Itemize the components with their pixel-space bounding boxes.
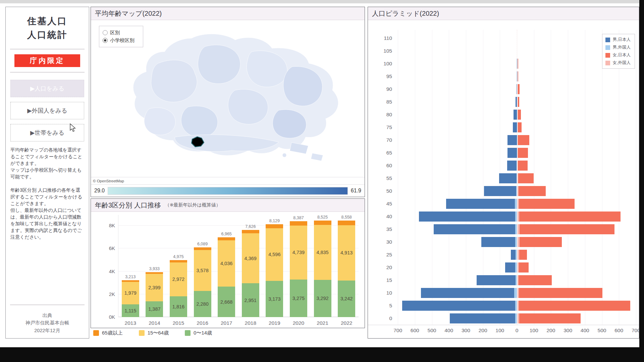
female-bar-group [517,70,638,83]
legend-item-male-japanese[interactable]: 男,日本人 [605,37,631,43]
bar-2021[interactable]: 8,5254,8353,2922021 [311,215,334,317]
bar-segment-0〜14歳: 1,115 [122,304,139,317]
choropleth-map[interactable]: 区別 小学校区別 [91,20,365,177]
age-tick-label: 100 [373,57,392,70]
pyramid-row-age-5[interactable]: 5 [396,299,638,312]
window-top-strip [0,0,644,3]
bar-女,日本人 [519,275,552,285]
bar-total-label: 3,933 [149,266,160,271]
bar-chart-legend: 65歳以上 15〜64歳 0〜14歳 [93,330,212,336]
pyramid-row-age-75[interactable]: 75 [396,121,638,134]
x-tick-label: 2017 [215,320,238,326]
legend-item-0-14[interactable]: 0〜14歳 [185,330,212,336]
age-tick-label: 35 [373,223,392,236]
age-tick-label: 80 [373,108,392,121]
age-tick-label: 95 [373,70,392,83]
legend-item-male-foreign[interactable]: 男,外国人 [605,45,631,50]
pyramid-row-age-45[interactable]: 45 [396,197,638,210]
map-level-radio-group: 区別 小学校区別 [99,26,143,47]
radio-selected-icon [103,38,108,43]
legend-item-female-foreign[interactable]: 女,外国人 [605,60,631,66]
pyramid-row-age-95[interactable]: 95 [396,70,638,83]
age-tick-label: 90 [373,83,392,96]
bar-2015[interactable]: 4,9752,9721,8162015 [166,215,190,317]
pyramid-row-age-60[interactable]: 60 [396,159,638,172]
bar-男,日本人 [517,84,517,94]
radio-option-school-district[interactable]: 小学校区別 [103,37,139,44]
pyramid-plot: 男,日本人 男,外国人 女,日本人 女,外国人 7006005004003002… [368,20,639,338]
bar-2018[interactable]: 7,6264,3692,9512018 [238,215,262,317]
age-tick-label: 10 [373,287,392,299]
pyramid-row-age-15[interactable]: 15 [396,274,638,287]
bar-2019[interactable]: 8,1294,5963,1732019 [263,215,286,317]
color-scale: 29.0 61.9 [91,184,365,197]
bar-男,日本人 [446,199,515,209]
bar-segment-15〜64歳: 4,739 [290,226,307,280]
bar-2017[interactable]: 6,9654,0362,6682017 [215,215,238,317]
legend-item-65plus[interactable]: 65歳以上 [93,330,123,336]
male-bar-group [396,70,517,83]
female-bar-group [517,261,638,274]
pyramid-row-age-30[interactable]: 30 [396,236,638,248]
age-tick-label: 75 [373,121,392,134]
bar-女,日本人 [518,173,534,183]
pyramid-row-age-35[interactable]: 35 [396,223,638,236]
pyramid-row-age-90[interactable]: 90 [396,83,638,96]
bar-segment-15〜64歳: 4,036 [218,240,235,287]
pyramid-row-age-70[interactable]: 70 [396,134,638,146]
bar-segment-65歳以上 [338,221,355,225]
bar-segment-15〜64歳: 3,578 [194,250,211,291]
pyramid-row-age-105[interactable]: 105 [396,45,638,57]
bar-total-label: 7,626 [245,224,256,229]
pyramid-row-age-20[interactable]: 20 [396,261,638,274]
bar-女,日本人 [519,262,529,273]
pyramid-row-age-85[interactable]: 85 [396,96,638,108]
bar-panel-subtitle: （※最新年以外は概算値） [165,202,221,208]
color-scale-min: 29.0 [94,188,105,194]
pyramid-row-age-110[interactable]: 110 [396,32,638,45]
x-tick-label: 2019 [263,320,286,326]
bar-2014[interactable]: 3,9332,3991,3872014 [143,215,166,317]
female-bar-group [517,223,638,236]
nav-button-foreigners[interactable]: ▶外国人をみる [10,102,84,119]
age-group-trend-panel: 年齢3区分別 人口推移 （※最新年以外は概算値） 0K2K4K6K8K3,213… [91,198,365,328]
pyramid-row-age-0[interactable]: 0 [396,312,638,325]
bar-男,日本人 [517,71,517,81]
legend-item-15-64[interactable]: 15〜64歳 [139,330,169,336]
bar-segment-0〜14歳: 1,816 [170,296,187,317]
pyramid-row-age-100[interactable]: 100 [396,57,638,70]
pyramid-row-age-80[interactable]: 80 [396,108,638,121]
pyramid-row-age-55[interactable]: 55 [396,172,638,185]
male-bar-group [396,83,517,96]
nav-button-population[interactable]: ▶人口をみる [10,80,84,97]
x-tick-label: 2018 [238,320,262,326]
bar-男,外国人 [514,288,517,298]
x-tick-label: 2013 [118,320,142,326]
x-tick-label: 2014 [143,320,166,326]
pyramid-row-age-10[interactable]: 10 [396,287,638,299]
pyramid-row-age-50[interactable]: 50 [396,185,638,197]
y-tick-label: 8K [100,223,115,228]
bar-男,日本人 [507,135,517,145]
bar-男,外国人 [515,301,517,311]
pyramid-row-age-25[interactable]: 25 [396,248,638,261]
bar-2020[interactable]: 8,3874,7393,2752020 [286,215,310,317]
x-tick-label: 2020 [286,320,310,326]
bar-男,外国人 [516,250,517,260]
bar-2022[interactable]: 8,5584,9133,2422022 [335,215,359,317]
bar-segment-65歳以上 [290,221,307,226]
legend-item-female-japanese[interactable]: 女,日本人 [605,52,631,58]
bar-男,日本人 [514,110,517,120]
pyramid-row-age-40[interactable]: 40 [396,210,638,223]
bar-2013[interactable]: 3,2131,9791,1152013 [118,215,142,317]
pyramid-row-age-65[interactable]: 65 [396,146,638,159]
legend-label-0-14: 0〜14歳 [194,330,212,336]
bar-segment-0〜14歳: 3,242 [338,281,355,317]
bar-segment-0〜14歳: 3,173 [266,281,283,317]
radio-option-ward[interactable]: 区別 [103,29,139,37]
bar-女,日本人 [519,199,575,209]
y-tick-label: 4K [100,268,115,274]
age-tick-label: 110 [373,32,392,45]
bar-男,外国人 [517,110,517,120]
bar-2016[interactable]: 6,0893,5782,2802016 [191,215,214,317]
